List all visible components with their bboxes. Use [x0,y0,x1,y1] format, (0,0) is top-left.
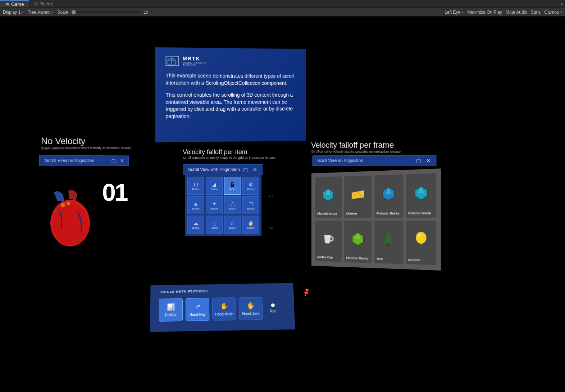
tab-game-label: Game [11,1,24,7]
gallery-thumb [317,179,340,211]
grid-button[interactable]: ☆Button [224,216,241,234]
toggle-label: Hand Joint [242,312,259,316]
eye-dropdown[interactable]: Left Eye▾ [445,10,464,15]
mute-toggle[interactable]: Mute Audio [506,10,527,15]
section-falloff-frame: Velocity falloff per frame Scroll contai… [311,140,401,153]
tab-scene-label: Scene [40,1,53,6]
chevron-down-icon: ▾ [462,10,464,14]
logo-sub2: TOOLKIT [183,64,207,67]
button-label: Button [192,227,199,229]
tab-game[interactable]: Game [0,0,29,8]
toggle-icon: 🖐 [247,301,255,309]
gallery-label: Coffee Cup [317,255,340,260]
restore-icon[interactable]: ▢ [416,158,421,164]
tab-options-icon[interactable]: ⋮≡ [557,2,563,6]
close-icon[interactable]: ✕ [426,158,431,164]
toggle-button-hand-ray[interactable]: ↗Hand Ray [186,298,210,321]
chevron-down-icon: ▾ [560,10,562,14]
button-icon: ⊡ [194,181,198,187]
scale-label: Scale [57,10,68,15]
grid-button[interactable]: 📱Button [224,177,241,195]
game-toolbar: Display 1▾ Free Aspect▾ Scale 1x Left Ey… [0,8,565,17]
button-label: Button [210,227,218,229]
gallery-thumb [408,223,434,257]
button-icon: ⚙ [249,181,253,187]
button-icon: ◢ [212,181,216,187]
grid-button[interactable]: ◌Button [206,216,223,234]
window-bar-2[interactable]: Scroll View with Pagination ▢✕ [183,164,263,175]
gallery-card[interactable]: Tree [374,221,403,264]
restore-icon[interactable]: ▢ [111,158,116,163]
svg-point-3 [61,203,65,207]
gallery-panel[interactable]: Platonic IcosaCheesePlatonic BuckyPlaton… [311,169,441,271]
toggle-button-hand-mesh[interactable]: ✋Hand Mesh [212,298,236,321]
logo-title: MRTK [183,56,207,62]
close-icon[interactable]: ✕ [253,167,257,172]
game-view[interactable]: MRTK MIXED REALITY TOOLKIT This example … [0,17,565,392]
toggle-button-hand-joint[interactable]: 🖐Hand Joint [238,297,263,320]
rec-label: Rec [270,309,276,313]
display-dropdown[interactable]: Display 1▾ [3,10,24,15]
svg-line-1 [34,3,38,5]
grid-button[interactable]: ✦Button [206,196,223,214]
gallery-card[interactable]: Balloon [406,221,436,265]
gallery-label: Tree [377,257,401,262]
gallery-thumb [377,176,401,210]
stats-toggle[interactable]: Stats [531,10,541,15]
gallery-thumb [408,176,434,210]
gallery-card[interactable]: Platonic Icosa [406,173,436,218]
toggle-icon: ↗ [195,303,200,310]
button-icon: ✦ [212,201,217,207]
maximize-toggle[interactable]: Maximize On Play [467,10,502,15]
window-title: Scroll View with Pagination [188,167,240,172]
toggle-features-panel: TOGGLE MRTK FEATURES 📊Profiler↗Hand Ray✋… [150,283,295,332]
toggle-icon: ✋ [220,302,228,310]
rec-button[interactable]: Rec [270,303,277,313]
mrtk-logo-icon [166,56,179,66]
scroll-index-number: 01 [102,178,127,206]
grid-button[interactable]: ◌Button [224,196,241,214]
toggle-label: Profiler [165,313,177,317]
restore-icon[interactable]: ▢ [243,167,248,172]
button-grid-panel[interactable]: ⊡Button◢Button📱Button⚙Button▲Button✦Butt… [185,175,261,236]
svg-marker-16 [384,231,394,243]
gallery-card[interactable]: Cheese [344,175,372,218]
scale-value: 1x [143,10,148,15]
gallery-label: Cheese [346,212,369,216]
gallery-label: Platonic Bucky [346,256,369,261]
gallery-card[interactable]: Platonic Bucky [344,221,372,263]
rec-dot-icon [271,303,275,307]
gallery-label: Balloon [408,258,434,263]
close-icon[interactable]: ✕ [120,158,124,163]
gallery-card[interactable]: Platonic Icosa [315,176,342,218]
scene-icon [34,2,38,6]
button-icon: ☁ [193,220,199,226]
gallery-card[interactable]: Platonic Bucky [374,174,403,218]
page-up-button[interactable]: ︿ [269,193,273,199]
aspect-dropdown[interactable]: Free Aspect▾ [27,10,54,15]
gallery-thumb [317,223,340,255]
button-icon: ☆ [230,220,235,226]
tab-scene[interactable]: Scene [29,0,58,8]
pin-icon[interactable]: 📌 [302,287,311,297]
grid-button[interactable]: ⬚Button [242,196,259,214]
grid-button[interactable]: ◢Button [206,177,223,195]
window-bar-1[interactable]: Scroll View no Pagination ▢✕ [39,155,129,166]
info-paragraph-2: This control enables the scrolling of 3D… [166,92,296,120]
slider-thumb[interactable] [72,10,76,14]
gallery-card[interactable]: Coffee Cup [315,221,342,262]
toggle-button-profiler[interactable]: 📊Profiler [159,298,183,322]
grid-button[interactable]: ⊡Button [187,177,204,195]
grid-button[interactable]: ✋Button [242,216,259,234]
page-down-button[interactable]: ﹀ [269,226,273,232]
window-bar-3[interactable]: Scroll View no Pagination ▢✕ [313,155,437,166]
tab-bar: Game Scene ⋮≡ [0,0,565,8]
button-icon: 📱 [229,181,236,187]
gallery-thumb [346,177,369,210]
grid-button[interactable]: ☁Button [187,216,204,234]
grid-button[interactable]: ⚙Button [242,177,259,195]
scale-slider[interactable] [72,11,140,13]
button-label: Button [229,227,236,229]
gizmos-dropdown[interactable]: Gizmos▾ [544,10,562,15]
grid-button[interactable]: ▲Button [187,196,204,214]
